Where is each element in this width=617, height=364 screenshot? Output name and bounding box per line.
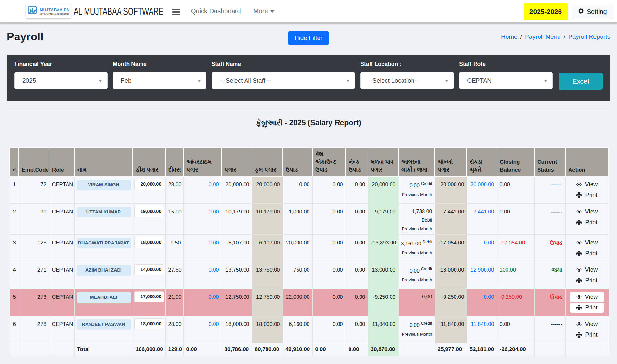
table-row: 4 271 CEPTAN AZIM BHAI ZADI 14,000.00 27… [10, 262, 609, 289]
cell-salary: 6,107.00 [222, 235, 252, 262]
filter-financial-year-select[interactable]: 2025 [14, 72, 108, 89]
filter-staff-role-select[interactable]: CEPTAN [459, 72, 553, 89]
fixed-salary-box: 19,000.00 [134, 206, 164, 217]
report-title: ફેબ્રુઆરી - 2025 (Salary Report) [0, 119, 617, 127]
cell-action: View Print [565, 316, 609, 343]
page-title: Payroll [7, 30, 43, 43]
employee-name-badge: AZIM BHAI ZADI [77, 265, 131, 276]
hamburger-menu-icon[interactable] [172, 9, 180, 16]
nav-more-dropdown[interactable]: More [253, 7, 274, 15]
print-button[interactable]: Print [569, 276, 605, 286]
total-overtime-salary: 0.00 [183, 343, 222, 356]
cell-fixed-salary: 20,000.00 [133, 176, 165, 204]
breadcrumb-payroll-reports[interactable]: Payroll Reports [568, 33, 610, 40]
view-button[interactable]: View [569, 265, 605, 275]
cell-overtime-salary: 0.00 [183, 316, 222, 343]
total-row: Total 106,000.00129.00.0080,786.0080,786… [10, 343, 609, 356]
cell-net-salary: 11,840.00 [435, 316, 467, 343]
cell-withdraw: 22,000.00 [283, 289, 312, 316]
view-button[interactable]: View [570, 292, 604, 302]
view-button[interactable]: View [569, 238, 605, 248]
view-button[interactable]: View [569, 319, 605, 329]
print-button[interactable]: Print [569, 190, 605, 200]
cell-salary: 10,179.00 [222, 204, 252, 235]
cell-sr: 5 [10, 289, 19, 316]
cell-net-salary: 7,441.00 [435, 204, 467, 235]
col-header-role: Role [49, 148, 74, 176]
chevron-down-icon [270, 10, 274, 13]
cell-fixed-salary: 18,000.00 [133, 316, 165, 343]
view-button[interactable]: View [569, 180, 605, 190]
total-salary: 80,786.00 [222, 343, 252, 356]
employee-name-badge: UTTAM KUMAR [77, 207, 131, 217]
col-header-bank-withdraw: બેન્ક ઉપાડ [346, 148, 368, 176]
filter-staff-location: Staff Location : --Select Location-- [360, 61, 454, 89]
total-days: 129.0 [165, 343, 183, 356]
cell-previous-balance: 0.00 [398, 289, 435, 316]
cell-cash-account-withdraw: 0.00 [312, 289, 346, 316]
setting-button[interactable]: Setting [572, 5, 613, 19]
filter-staff-location-select[interactable]: --Select Location-- [360, 72, 454, 89]
cell-current-status: ------ [534, 316, 565, 343]
cell-current-status: જમા [534, 262, 565, 289]
col-header-cash-paid: રોકડા ચૂકતે [467, 148, 497, 176]
view-button[interactable]: View [569, 207, 605, 217]
excel-export-button[interactable]: Excel [559, 73, 603, 90]
cell-total-salary: 20,000.00 [252, 176, 283, 204]
col-header-sr: નં [10, 148, 19, 176]
breadcrumb-home[interactable]: Home [501, 33, 518, 40]
cell-current-status: ઉપાડ [534, 235, 565, 262]
filter-month-name-select[interactable]: Feb [113, 72, 206, 89]
breadcrumb-payroll-menu[interactable]: Payroll Menu [525, 33, 561, 40]
employee-name-badge: BHAGWATI PRAJAPAT [77, 238, 131, 248]
table-row: 6 278 CEPTAN RANJEET PASWAN 18,000.00 28… [10, 316, 609, 343]
cell-previous-balance: 1,738.00DebitPrevious Month [398, 204, 435, 235]
total-payable-salary: 30,876.00 [368, 343, 398, 356]
cell-overtime-salary: 0.00 [183, 204, 222, 235]
cell-salary: 13,750.00 [222, 262, 252, 289]
col-header-net-salary: ચોખ્ખો પગાર [435, 148, 467, 176]
printer-icon [576, 192, 582, 198]
cell-fixed-salary: 14,000.00 [133, 262, 165, 289]
nav-quick-dashboard[interactable]: Quick Dashboard [191, 7, 241, 15]
cell-net-salary: 20,000.00 [435, 176, 467, 204]
cell-bank-withdraw: 0.00 [346, 316, 368, 343]
cell-overtime-salary: 0.00 [183, 176, 222, 204]
logo-subtitle: HOTEL PAYROLL & ACCOUNTING [40, 13, 69, 15]
employee-name-badge: MEAHDI ALI [77, 292, 131, 303]
table-header: નંEmp.CodeRoleનામફીક્ષ પગારદીવસઓવરટાઇમ પ… [10, 148, 609, 176]
cell-role: CEPTAN [49, 235, 74, 262]
cell-emp-code: 271 [19, 262, 49, 289]
print-button[interactable]: Print [569, 330, 605, 340]
cell-action: View Print [565, 289, 609, 316]
cell-cash-account-withdraw: 0.00 [312, 204, 346, 235]
filter-staff-name-select[interactable]: ---Select All Staff--- [212, 72, 355, 89]
total-closing-balance: -26,204.00 [497, 343, 534, 356]
cell-cash-account-withdraw: 0.00 [312, 316, 346, 343]
table-row: 2 90 CEPTAN UTTAM KUMAR 19,000.00 15.00 … [10, 204, 609, 235]
fixed-salary-box: 14,000.00 [134, 264, 164, 275]
table-row: 5 273 CEPTAN MEAHDI ALI 17,000.00 21.00 … [10, 289, 609, 316]
cell-closing-balance: -17,054.00 [497, 235, 534, 262]
logo-title: MUJTABAA PA [40, 8, 69, 12]
logo[interactable]: MUJTABAA PA HOTEL PAYROLL & ACCOUNTING [26, 4, 71, 18]
total-total-salary: 80,786.00 [252, 343, 283, 356]
fixed-salary-box: 20,000.00 [134, 179, 164, 190]
eye-icon [576, 321, 582, 327]
hide-filter-button[interactable]: Hide Filter [288, 31, 329, 45]
print-button[interactable]: Print [570, 303, 604, 313]
cell-action: View Print [565, 262, 609, 289]
cell-name: UTTAM KUMAR [74, 204, 133, 235]
cell-bank-withdraw: 0.00 [346, 204, 368, 235]
printer-icon [576, 220, 582, 225]
cell-withdraw: 750.00 [283, 262, 312, 289]
eye-icon [576, 182, 582, 187]
print-button[interactable]: Print [569, 217, 605, 227]
total-cash-account-withdraw: 0.00 [312, 343, 346, 356]
col-header-payable-salary: મળવા પાત્ર પગાર [368, 148, 398, 176]
cell-payable-salary: -9,250.00 [368, 289, 398, 316]
cell-overtime-salary: 0.00 [183, 235, 222, 262]
cell-action: View Print [565, 204, 609, 235]
cell-sr: 3 [10, 235, 19, 262]
print-button[interactable]: Print [569, 248, 605, 258]
